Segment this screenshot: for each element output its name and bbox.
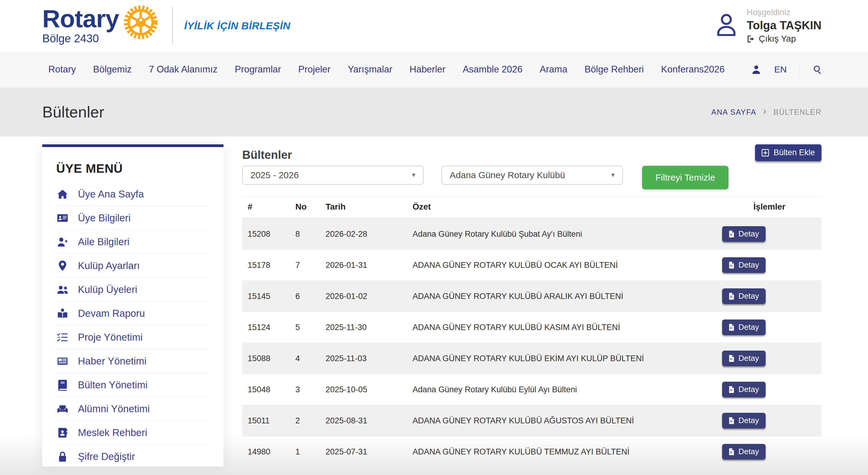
detay-button-label: Detay — [738, 385, 759, 394]
sidebar-item-label: Aile Bilgileri — [78, 236, 130, 248]
sidebar-item-kul-p-ayarlar[interactable]: Kulüp Ayarları — [56, 254, 211, 278]
book-icon — [57, 379, 68, 391]
logo[interactable]: Rotary Bölge 2430 İYİLİK İÇİN BİRLEŞİN — [42, 5, 290, 46]
sidebar-item-label: Proje Yönetimi — [78, 331, 143, 343]
cell-id: 15145 — [242, 281, 296, 312]
page-title: Bültenler — [42, 103, 104, 121]
detay-button[interactable]: Detay — [722, 382, 766, 398]
cell-no: 4 — [296, 343, 326, 374]
nav-right: EN — [751, 62, 823, 77]
language-toggle[interactable]: EN — [774, 64, 787, 74]
cell-id: 15178 — [242, 250, 296, 281]
breadcrumb: ANA SAYFA BÜLTENLER — [711, 108, 822, 117]
sidebar-item-al-mni-y-netimi[interactable]: Alümni Yönetimi — [56, 397, 211, 421]
detay-button-label: Detay — [738, 291, 759, 301]
cell-actions: Detay — [717, 343, 822, 374]
add-bulletin-button[interactable]: Bülten Ekle — [755, 144, 822, 161]
nav-item-yar-malar[interactable]: Yarışmalar — [348, 64, 392, 75]
clear-filter-button[interactable]: Filtreyi Temizle — [642, 166, 728, 189]
detay-button[interactable]: Detay — [722, 444, 766, 460]
file-icon — [727, 230, 735, 238]
map-marker-icon — [57, 260, 68, 272]
sidebar-item-meslek-rehberi[interactable]: Meslek Rehberi — [56, 421, 211, 445]
cell-summary: Adana Güney Rotary Kulübü Şubat Ay'ı Bül… — [412, 218, 717, 250]
id-card-icon — [57, 212, 68, 224]
club-select[interactable]: Adana Güney Rotary Kulübü — [441, 166, 623, 185]
cell-actions: Detay — [717, 218, 822, 250]
nav-item-7-odak-alan-m-z[interactable]: 7 Odak Alanımız — [149, 64, 217, 75]
bulletins-table: #NoTarihÖzetİşlemler 1520882026-02-28Ada… — [242, 197, 822, 468]
sidebar-item-proje-y-netimi[interactable]: Proje Yönetimi — [56, 325, 211, 349]
logout-label: Çıkış Yap — [759, 34, 796, 44]
logo-text: Rotary Bölge 2430 — [42, 6, 119, 45]
nav-item-programlar[interactable]: Programlar — [235, 64, 281, 75]
cell-no: 3 — [296, 374, 326, 405]
cell-date: 2025-07-31 — [326, 436, 412, 468]
sidebar-item-b-lten-y-netimi[interactable]: Bülten Yönetimi — [56, 373, 211, 397]
detay-button[interactable]: Detay — [722, 257, 766, 273]
page-header: Bültenler ANA SAYFA BÜLTENLER — [0, 88, 868, 136]
nav-item-projeler[interactable]: Projeler — [299, 64, 331, 75]
cell-id: 15048 — [242, 374, 296, 405]
file-icon — [727, 386, 735, 393]
sidebar-item-label: Üye Bilgileri — [78, 212, 130, 224]
cell-no: 5 — [296, 312, 326, 343]
file-icon — [727, 324, 735, 331]
member-menu-list: Üye Ana SayfaÜye BilgileriAile Bilgileri… — [56, 182, 211, 475]
cell-date: 2025-11-30 — [326, 312, 412, 343]
nav-item-konferans2026[interactable]: Konferans2026 — [661, 64, 724, 75]
term-select[interactable]: 2025 - 2026 — [242, 166, 424, 185]
cell-summary: ADANA GÜNEY ROTARY KULÜBÜ AĞUSTOS AYI BÜ… — [412, 405, 717, 436]
nav-item-asamble-2026[interactable]: Asamble 2026 — [463, 64, 523, 75]
person-outline-icon — [714, 13, 739, 39]
person-icon[interactable] — [751, 64, 762, 74]
cell-actions: Detay — [717, 374, 822, 405]
sidebar-item-label: Devam Raporu — [78, 308, 145, 319]
brand-name: Rotary — [42, 6, 119, 31]
sidebar-item-haber-y-netimi[interactable]: Haber Yönetimi — [56, 349, 211, 373]
nav-item-b-lgemiz[interactable]: Bölgemiz — [93, 64, 132, 75]
user-plus-icon — [57, 236, 68, 248]
sidebar-item-label: Haber Yönetimi — [78, 355, 147, 367]
sign-out-icon — [747, 35, 755, 43]
column-header-tarih: Tarih — [326, 197, 412, 219]
file-icon — [727, 261, 735, 269]
column-header-: # — [242, 197, 296, 219]
sidebar-item-ye-bilgileri[interactable]: Üye Bilgileri — [56, 206, 211, 230]
nav-item-rotary[interactable]: Rotary — [48, 64, 76, 75]
tasks-icon — [57, 331, 68, 343]
cell-id: 15088 — [242, 343, 296, 374]
detay-button[interactable]: Detay — [722, 351, 766, 366]
member-menu-title: ÜYE MENÜ — [56, 162, 211, 176]
search-icon[interactable] — [812, 64, 823, 74]
detay-button[interactable]: Detay — [722, 319, 766, 335]
nav-item-haberler[interactable]: Haberler — [409, 64, 445, 75]
top-bar: Rotary Bölge 2430 İYİLİK İÇİN BİRLEŞİN — [0, 0, 868, 51]
logout-link[interactable]: Çıkış Yap — [747, 34, 822, 44]
sidebar-item-ye-ana-sayfa[interactable]: Üye Ana Sayfa — [56, 182, 211, 206]
term-select-value: 2025 - 2026 — [250, 170, 299, 180]
sidebar-item-aile-bilgileri[interactable]: Aile Bilgileri — [56, 230, 211, 254]
cell-date: 2025-11-03 — [326, 343, 412, 374]
nav-item-arama[interactable]: Arama — [540, 64, 567, 75]
sidebar-item-ifre-de-i-tir[interactable]: Şifre Değiştir — [56, 445, 211, 469]
sidebar-item-k-yap[interactable]: Çıkış Yap — [56, 469, 211, 475]
cell-date: 2025-10-05 — [326, 374, 412, 405]
cell-summary: ADANA GÜNEY ROTARY KULÜBÜ TEMMUZ AYI BÜL… — [412, 436, 717, 468]
cell-summary: ADANA GÜNEY ROTARY KULÜBÜ ARALIK AYI BÜL… — [412, 281, 717, 312]
user-name: Tolga TAŞKIN — [747, 19, 822, 32]
sidebar-item-kul-p-yeleri[interactable]: Kulüp Üyeleri — [56, 278, 211, 302]
cell-actions: Detay — [717, 250, 822, 281]
bulletins-header: Bültenler Bülten Ekle — [242, 144, 822, 162]
detay-button[interactable]: Detay — [722, 288, 766, 304]
breadcrumb-home[interactable]: ANA SAYFA — [711, 108, 756, 117]
cell-id: 14980 — [242, 436, 296, 468]
nav-item-b-lge-rehberi[interactable]: Bölge Rehberi — [584, 64, 644, 75]
table-row: 1520882026-02-28Adana Güney Rotary Kulüb… — [242, 218, 822, 250]
detay-button[interactable]: Detay — [722, 413, 766, 429]
detay-button[interactable]: Detay — [722, 226, 766, 242]
table-head: #NoTarihÖzetİşlemler — [242, 197, 822, 219]
sidebar-item-devam-raporu[interactable]: Devam Raporu — [56, 302, 211, 325]
sidebar-item-label: Kulüp Üyeleri — [78, 284, 137, 295]
file-icon — [727, 417, 735, 424]
